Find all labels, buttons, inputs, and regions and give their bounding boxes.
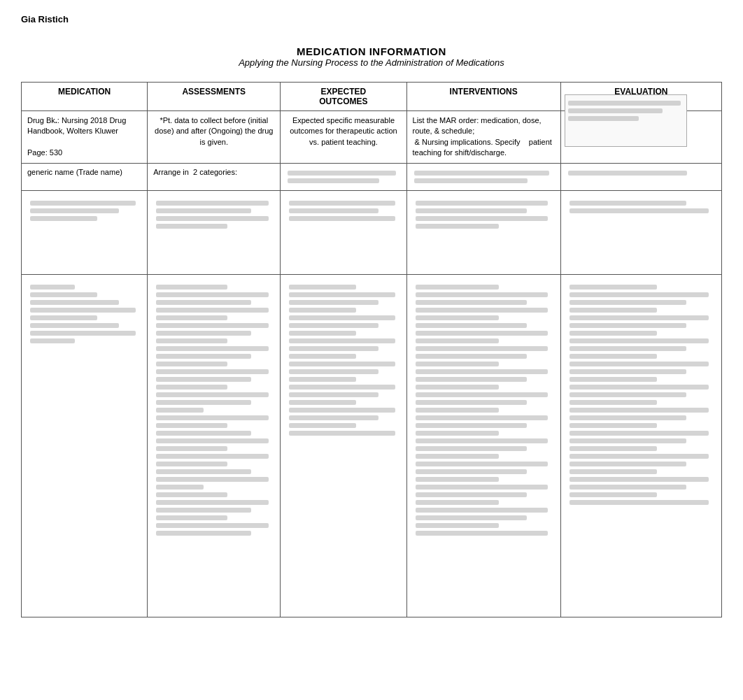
top-right-info-box xyxy=(565,94,687,147)
sub-header-row-2: generic name (Trade name) Arrange in 2 c… xyxy=(22,163,722,190)
cell-interventions-1 xyxy=(406,190,560,274)
cell-evaluation-1 xyxy=(560,190,721,274)
main-title: MEDICATION INFORMATION xyxy=(21,45,722,57)
header-expected: EXPECTEDOUTCOMES xyxy=(281,83,406,111)
cell-expected-1 xyxy=(281,190,406,274)
cell-interventions-2 xyxy=(406,274,560,617)
sub-empty3 xyxy=(560,163,721,190)
table-row-2 xyxy=(22,274,722,617)
author-name: Gia Ristich xyxy=(21,14,722,24)
cell-medication-1 xyxy=(22,190,148,274)
sub-arrange: Arrange in 2 categories: xyxy=(148,163,281,190)
header-assessments: ASSESSMENTS xyxy=(148,83,281,111)
sub-expected: Expected specific measurable outcomes fo… xyxy=(281,111,406,164)
cell-expected-2 xyxy=(281,274,406,617)
header-medication: MEDICATION xyxy=(22,83,148,111)
main-table: MEDICATION ASSESSMENTS EXPECTEDOUTCOMES … xyxy=(21,82,722,617)
cell-medication-2 xyxy=(22,274,148,617)
sub-medication: Drug Bk.: Nursing 2018 Drug Handbook, Wo… xyxy=(22,111,148,164)
sub-interventions: List the MAR order: medication, dose, ro… xyxy=(406,111,560,164)
header-interventions: INTERVENTIONS xyxy=(406,83,560,111)
sub-empty2 xyxy=(406,163,560,190)
sub-generic-name: generic name (Trade name) xyxy=(22,163,148,190)
cell-assessments-2 xyxy=(148,274,281,617)
table-row-1 xyxy=(22,190,722,274)
title-section: MEDICATION INFORMATION Applying the Nurs… xyxy=(21,45,722,68)
sub-title: Applying the Nursing Process to the Admi… xyxy=(21,57,722,68)
sub-assessments: *Pt. data to collect before (initial dos… xyxy=(148,111,281,164)
sub-empty1 xyxy=(281,163,406,190)
cell-assessments-1 xyxy=(148,190,281,274)
cell-evaluation-2 xyxy=(560,274,721,617)
